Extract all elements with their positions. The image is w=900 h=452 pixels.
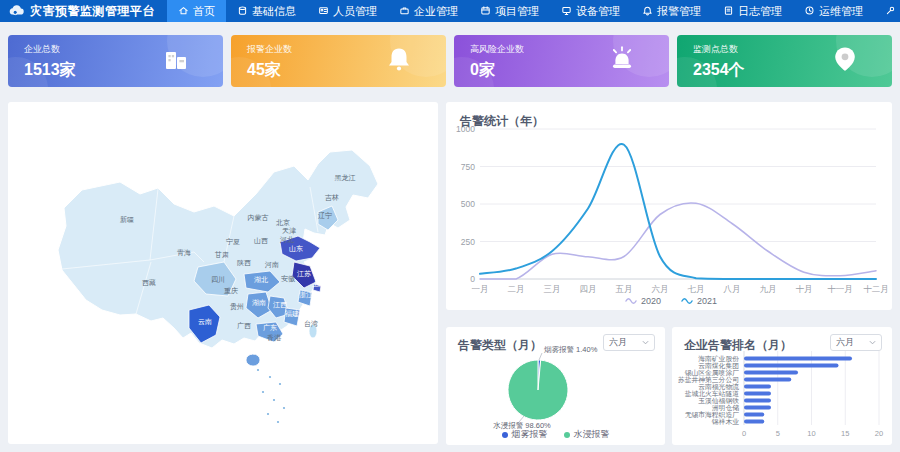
nav-item[interactable]: 企业管理 (388, 0, 469, 22)
stat-cards: 企业总数1513家报警企业数45家高风险企业数0家监测点总数2354个 (8, 35, 892, 87)
nav-item-label: 日志管理 (738, 4, 782, 19)
svg-text:重庆: 重庆 (224, 287, 238, 294)
svg-text:福建: 福建 (285, 310, 299, 318)
stat-card: 监测点总数2354个 (677, 35, 892, 87)
pie-chart-title: 告警类型（月） (458, 337, 542, 354)
pie-legend: 烟雾报警水浸报警 (446, 428, 665, 441)
main-nav: 首页基础信息人员管理企业管理项目管理设备管理报警管理日志管理运维管理系统工具 (167, 0, 900, 22)
device-icon (561, 5, 572, 18)
bar-chart-title: 企业告警排名（月） (684, 337, 792, 354)
nav-item-label: 首页 (193, 4, 215, 19)
svg-text:上海: 上海 (312, 280, 326, 288)
log-icon (723, 5, 734, 18)
pie-legend-item[interactable]: 烟雾报警 (502, 428, 548, 441)
chevron-down-icon (642, 340, 649, 345)
rank-bar (744, 371, 798, 375)
svg-text:七月: 七月 (688, 284, 705, 294)
pie-slice (508, 360, 568, 420)
chevron-down-icon (869, 340, 876, 345)
legend-dot (502, 432, 508, 438)
line-series (480, 144, 876, 279)
database-icon (237, 5, 248, 18)
svg-text:新疆: 新疆 (120, 215, 134, 224)
svg-text:浙江: 浙江 (299, 291, 313, 299)
line-series (480, 203, 876, 279)
svg-text:15: 15 (841, 429, 849, 438)
idcard-icon (318, 5, 329, 18)
siren-icon (607, 44, 637, 78)
line-chart-title: 告警统计（年） (460, 113, 544, 130)
nav-item-label: 报警管理 (657, 4, 701, 19)
rank-bar (744, 357, 852, 361)
bell-icon (642, 5, 653, 18)
svg-text:湖南: 湖南 (252, 299, 266, 306)
company-rank-panel: 企业告警排名（月） 六月 05101520海南矿业股份云南煤化集团锡山区金属喷涂… (672, 327, 892, 445)
svg-text:六月: 六月 (652, 284, 669, 294)
bell-icon (384, 44, 414, 78)
svg-text:天津: 天津 (282, 227, 296, 235)
bar-month-select[interactable]: 六月 (830, 334, 882, 351)
svg-text:500: 500 (461, 199, 475, 209)
svg-text:河北: 河北 (279, 236, 294, 244)
rank-bar (744, 406, 771, 410)
clock-icon (804, 5, 815, 18)
rank-bar (744, 413, 764, 417)
calendar-icon (480, 5, 491, 18)
nav-item[interactable]: 首页 (167, 0, 226, 22)
brand: 灾害预警监测管理平台 (0, 0, 167, 22)
nav-item[interactable]: 系统工具 (874, 0, 900, 22)
svg-text:湖北: 湖北 (254, 276, 268, 284)
rank-bar (744, 364, 839, 368)
nav-item-label: 项目管理 (495, 4, 539, 19)
pie-label: 烟雾报警 1.40% (544, 345, 598, 354)
legend-item[interactable]: 2021 (682, 296, 717, 306)
map-province[interactable] (246, 354, 260, 366)
alarm-stats-panel: 告警统计（年） 02505007501000一月二月三月四月五月六月七月八月九月… (446, 102, 892, 310)
svg-text:贵州: 贵州 (230, 303, 244, 311)
nav-item[interactable]: 基础信息 (226, 0, 307, 22)
logo-cloud-icon (8, 2, 25, 20)
svg-text:江苏: 江苏 (297, 270, 311, 278)
nav-item-label: 设备管理 (576, 4, 620, 19)
pie-month-value: 六月 (609, 336, 627, 349)
pie-month-select[interactable]: 六月 (603, 334, 655, 351)
home-icon (178, 5, 189, 18)
rank-bar (744, 378, 791, 382)
svg-text:十一月: 十一月 (827, 284, 853, 294)
svg-text:二月: 二月 (508, 284, 525, 294)
tools-icon (885, 5, 896, 18)
nav-item[interactable]: 报警管理 (631, 0, 712, 22)
svg-text:0: 0 (742, 429, 746, 438)
pie-legend-item[interactable]: 水浸报警 (564, 428, 610, 441)
rank-bar (744, 420, 764, 424)
svg-text:辽宁: 辽宁 (318, 211, 332, 219)
nav-item[interactable]: 设备管理 (550, 0, 631, 22)
nav-item[interactable]: 项目管理 (469, 0, 550, 22)
svg-text:九月: 九月 (760, 284, 777, 294)
legend-dot (564, 432, 570, 438)
rank-label: 苏盐井神第三分公司 (678, 376, 739, 383)
svg-text:安徽: 安徽 (281, 275, 295, 283)
nav-item[interactable]: 日志管理 (712, 0, 793, 22)
line-chart: 02505007501000一月二月三月四月五月六月七月八月九月十月十一月十二月… (446, 102, 892, 310)
svg-text:黑龙江: 黑龙江 (335, 174, 356, 182)
svg-text:五月: 五月 (616, 284, 633, 294)
nav-item-label: 基础信息 (252, 4, 296, 19)
svg-text:西藏: 西藏 (142, 279, 156, 287)
rank-bar (744, 385, 771, 389)
svg-text:广东: 广东 (263, 324, 277, 331)
svg-text:0: 0 (470, 274, 475, 284)
legend-item[interactable]: 2020 (626, 296, 661, 306)
legend-label: 水浸报警 (574, 428, 610, 441)
svg-text:一月: 一月 (472, 284, 489, 294)
svg-text:香港: 香港 (267, 334, 282, 342)
nav-item[interactable]: 人员管理 (307, 0, 388, 22)
navbar: 灾害预警监测管理平台 首页基础信息人员管理企业管理项目管理设备管理报警管理日志管… (0, 0, 900, 22)
stat-card: 报警企业数45家 (231, 35, 446, 87)
svg-text:江西: 江西 (273, 301, 287, 309)
svg-text:250: 250 (461, 237, 475, 247)
stat-card: 企业总数1513家 (8, 35, 223, 87)
nav-item[interactable]: 运维管理 (793, 0, 874, 22)
svg-text:2021: 2021 (697, 296, 717, 306)
svg-text:十二月: 十二月 (863, 284, 889, 294)
